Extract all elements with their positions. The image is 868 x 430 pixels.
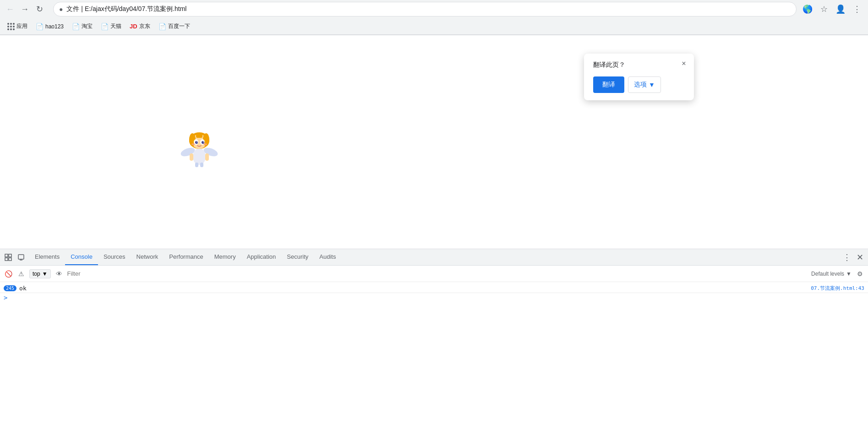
console-log-text: ok — [19, 285, 811, 292]
console-log-entry: 245 ok 07.节流案例.html:43 — [0, 284, 868, 293]
options-label: 选项 — [634, 81, 647, 89]
options-dropdown-icon: ▼ — [649, 81, 655, 88]
bookmark-jd-label: 京东 — [139, 22, 150, 30]
svg-point-14 — [191, 143, 195, 145]
bookmark-page-icon: 📄 — [36, 23, 44, 30]
console-settings-button[interactable]: ⚙ — [855, 269, 864, 278]
svg-point-10 — [195, 141, 198, 144]
console-ban-button[interactable]: ⚠ — [16, 269, 26, 278]
devtools-more-button[interactable]: ⋮ — [841, 251, 853, 264]
svg-rect-18 — [195, 163, 198, 167]
profile-button[interactable]: 👤 — [833, 2, 848, 16]
translate-popup: 翻译此页？ × 翻译 选项 ▼ — [584, 54, 694, 100]
svg-rect-24 — [18, 255, 24, 259]
tab-performance[interactable]: Performance — [164, 249, 208, 265]
console-prompt-row: > — [0, 293, 868, 302]
bookmark-page-icon: 📄 — [101, 23, 109, 30]
devtools-inspect-button[interactable] — [2, 251, 15, 264]
svg-point-12 — [197, 142, 197, 142]
console-prompt-arrow: > — [4, 294, 7, 301]
bookmarks-bar: 应用 📄 hao123 📄 淘宝 📄 天猫 JD 京东 📄 百度一下 — [0, 18, 868, 35]
apps-grid-icon — [7, 23, 15, 30]
devtools-device-button[interactable] — [15, 251, 27, 264]
console-log-count: 245 — [4, 285, 16, 291]
console-eye-button[interactable]: 👁 — [55, 269, 64, 278]
translate-popup-title: 翻译此页？ — [593, 61, 685, 69]
address-text: 文件 | E:/ajax代码/day04/07.节流案例.html — [66, 5, 791, 13]
bookmark-tianmao-label: 天猫 — [110, 22, 121, 30]
back-button[interactable]: ← — [4, 3, 16, 16]
bookmark-taobao[interactable]: 📄 淘宝 — [68, 21, 96, 32]
devtools-toolbar: Elements Console Sources Network Perform… — [0, 249, 868, 266]
security-icon: ● — [59, 5, 63, 13]
tab-elements[interactable]: Elements — [29, 249, 65, 265]
translate-popup-actions: 翻译 选项 ▼ — [593, 76, 685, 93]
bookmark-button[interactable]: ☆ — [817, 2, 831, 16]
bookmark-hao123[interactable]: 📄 hao123 — [32, 21, 67, 32]
svg-rect-17 — [205, 153, 209, 161]
console-filter-input[interactable] — [67, 270, 808, 277]
svg-point-15 — [203, 143, 207, 145]
svg-rect-25 — [20, 260, 22, 261]
translate-execute-button[interactable]: 翻译 — [593, 76, 624, 93]
tab-sources[interactable]: Sources — [98, 249, 131, 265]
bookmark-tianmao[interactable]: 📄 天猫 — [97, 21, 125, 32]
devtools-tabs: Elements Console Sources Network Perform… — [29, 249, 841, 265]
translate-button[interactable]: 🌎 — [800, 2, 815, 16]
console-levels-label: Default levels — [811, 271, 844, 277]
forward-button[interactable]: → — [18, 3, 31, 16]
jd-icon: JD — [130, 23, 137, 30]
apps-bookmark[interactable]: 应用 — [4, 21, 31, 32]
svg-point-11 — [202, 141, 204, 144]
svg-point-13 — [203, 142, 204, 142]
bookmark-jd[interactable]: JD 京东 — [126, 21, 154, 32]
apps-label: 应用 — [16, 22, 27, 30]
tab-security[interactable]: Security — [281, 249, 314, 265]
svg-rect-19 — [200, 163, 203, 167]
tab-network[interactable]: Network — [131, 249, 164, 265]
reload-button[interactable]: ↻ — [33, 3, 46, 16]
console-toolbar: 🚫 ⚠ top ▼ 👁 Default levels ▼ ⚙ — [0, 266, 868, 282]
svg-rect-20 — [5, 254, 8, 257]
menu-button[interactable]: ⋮ — [850, 2, 864, 16]
svg-rect-22 — [5, 258, 8, 261]
console-clear-button[interactable]: 🚫 — [4, 269, 13, 278]
tab-application[interactable]: Application — [241, 249, 282, 265]
address-bar[interactable]: ● 文件 | E:/ajax代码/day04/07.节流案例.html — [53, 2, 797, 16]
bookmark-baidu[interactable]: 📄 百度一下 — [155, 21, 194, 32]
console-levels-dropdown-icon: ▼ — [846, 271, 852, 277]
bookmark-hao123-label: hao123 — [45, 23, 64, 30]
bookmark-page-icon: 📄 — [72, 23, 80, 30]
sprite-character — [179, 127, 220, 168]
bookmark-baidu-label: 百度一下 — [168, 22, 190, 30]
console-source-link[interactable]: 07.节流案例.html:43 — [811, 285, 864, 292]
svg-point-2 — [193, 148, 206, 165]
bookmark-page-icon: 📄 — [158, 23, 166, 30]
page-content: 翻译此页？ × 翻译 选项 ▼ — [0, 35, 868, 249]
svg-rect-16 — [190, 153, 193, 161]
console-context-dropdown-icon: ▼ — [42, 271, 48, 277]
bookmark-taobao-label: 淘宝 — [82, 22, 93, 30]
console-context-selector[interactable]: top ▼ — [29, 269, 51, 278]
devtools-close-button[interactable]: ✕ — [853, 251, 866, 264]
console-context-label: top — [33, 271, 40, 277]
tab-audits[interactable]: Audits — [314, 249, 341, 265]
tab-memory[interactable]: Memory — [209, 249, 241, 265]
console-content: 245 ok 07.节流案例.html:43 > — [0, 282, 868, 304]
svg-rect-7 — [196, 133, 202, 138]
translate-popup-close-button[interactable]: × — [678, 58, 689, 69]
svg-rect-23 — [9, 258, 11, 261]
translate-options-button[interactable]: 选项 ▼ — [628, 76, 661, 93]
svg-rect-21 — [9, 254, 11, 257]
tab-console[interactable]: Console — [65, 249, 98, 265]
console-levels-selector[interactable]: Default levels ▼ — [811, 271, 852, 277]
devtools-panel: Elements Console Sources Network Perform… — [0, 249, 868, 430]
console-panel: 245 ok 07.节流案例.html:43 > — [0, 282, 868, 430]
